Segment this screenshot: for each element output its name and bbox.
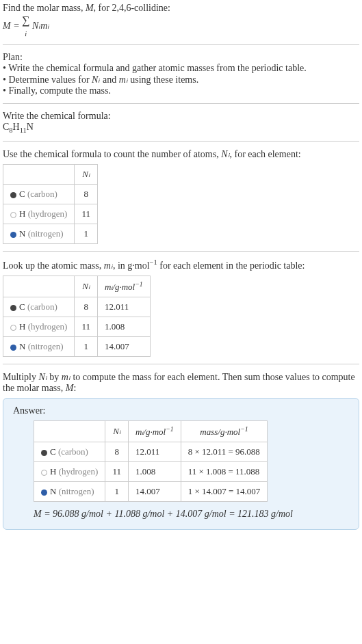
divider xyxy=(3,364,359,364)
table-row: C (carbon) 8 xyxy=(3,185,98,204)
lookup-title-exp: −1 xyxy=(150,258,157,266)
cell-mass: 11 × 1.008 = 11.088 xyxy=(181,462,268,482)
el-sym: N xyxy=(19,341,25,351)
nitrogen-swatch-icon xyxy=(10,345,16,351)
el-sym: H xyxy=(19,209,25,219)
el-sym: N xyxy=(50,486,56,496)
el-sym: C xyxy=(19,189,25,199)
hydrogen-swatch-icon xyxy=(41,470,47,476)
nitrogen-swatch-icon xyxy=(41,489,47,496)
el-name: (hydrogen) xyxy=(28,209,68,219)
formula-lhs: M xyxy=(3,21,11,31)
cell-mass: 8 × 12.011 = 96.088 xyxy=(181,442,268,462)
count-title-pre: Use the chemical formula to count the nu… xyxy=(3,149,221,159)
el-name: (carbon) xyxy=(58,446,88,457)
table-row: C (carbon) 8 12.011 8 × 12.011 = 96.088 xyxy=(34,442,268,462)
answer-box: Answer: Nᵢ mᵢ/g·mol−1 mass/g·mol−1 C (ca… xyxy=(3,398,359,530)
header-m-exp: −1 xyxy=(135,280,142,288)
count-title-var: Nᵢ xyxy=(221,149,229,159)
chem-h: H xyxy=(13,122,20,132)
plan-b2-n: Nᵢ xyxy=(92,75,100,85)
table-header-row: Nᵢ xyxy=(3,165,98,185)
header-n: Nᵢ xyxy=(105,421,129,442)
count-title-post: , for each element: xyxy=(230,149,301,159)
header-m: mᵢ/g·mol−1 xyxy=(97,276,150,297)
cell-n: 11 xyxy=(105,462,129,482)
header-blank xyxy=(34,421,105,442)
final-equation: M = 96.088 g/mol + 11.088 g/mol + 14.007… xyxy=(34,509,349,520)
el-name: (carbon) xyxy=(27,189,57,199)
hydrogen-swatch-icon xyxy=(10,325,16,331)
divider xyxy=(3,103,359,104)
cell-n: 11 xyxy=(75,317,98,337)
divider xyxy=(3,44,359,45)
mult-post2: : xyxy=(73,383,76,393)
plan-bullet-1: • Write the chemical formula and gather … xyxy=(3,63,359,74)
mult-mm: M xyxy=(66,383,74,393)
header-blank xyxy=(3,165,75,185)
element-cell: N (nitrogen) xyxy=(34,482,105,502)
formula-sum: ∑ xyxy=(22,14,29,26)
el-name: (nitrogen) xyxy=(59,486,94,496)
el-sym: C xyxy=(19,301,25,312)
cell-n: 11 xyxy=(75,204,98,224)
molar-mass-formula: M = ∑i Nᵢmᵢ xyxy=(3,15,359,38)
header-mass: mass/g·mol−1 xyxy=(181,421,268,442)
el-name: (nitrogen) xyxy=(28,228,64,239)
multiply-section: Multiply Nᵢ by mᵢ to compute the mass fo… xyxy=(3,371,359,530)
intro-line: Find the molar mass, M, for 2,4,6-collid… xyxy=(3,3,359,14)
el-sym: H xyxy=(50,466,56,477)
lookup-title: Look up the atomic mass, mᵢ, in g·mol−1 … xyxy=(3,258,359,271)
cell-m: 14.007 xyxy=(97,337,150,357)
lookup-title-pre: Look up the atomic mass, xyxy=(3,260,104,271)
plan-b2-m: mᵢ xyxy=(119,75,128,85)
plan-title: Plan: xyxy=(3,52,359,63)
count-table: Nᵢ C (carbon) 8 H (hydrogen) 11 N (nitro… xyxy=(3,164,98,244)
mult-n: Nᵢ xyxy=(39,372,47,382)
hydrogen-swatch-icon xyxy=(10,212,16,218)
nitrogen-swatch-icon xyxy=(10,232,16,238)
plan-section: Plan: • Write the chemical formula and g… xyxy=(3,52,359,96)
el-name: (nitrogen) xyxy=(28,341,64,351)
cell-mass: 1 × 14.007 = 14.007 xyxy=(181,482,268,502)
el-name: (hydrogen) xyxy=(28,321,68,332)
final-var: M xyxy=(34,509,42,519)
header-n: Nᵢ xyxy=(75,276,98,297)
chem-c: C xyxy=(3,122,9,132)
table-row: H (hydrogen) 11 1.008 11 × 1.008 = 11.08… xyxy=(34,462,268,482)
carbon-swatch-icon xyxy=(41,450,47,456)
divider xyxy=(3,251,359,252)
mult-mid: by xyxy=(47,372,62,382)
header-m-pre: mᵢ/g·mol xyxy=(135,427,166,437)
element-cell: H (hydrogen) xyxy=(3,317,75,337)
plan-b2-post: using these items. xyxy=(128,75,198,85)
cell-m: 1.008 xyxy=(128,462,181,482)
table-row: N (nitrogen) 1 xyxy=(3,224,98,244)
carbon-swatch-icon xyxy=(10,192,16,198)
answer-label: Answer: xyxy=(13,405,349,416)
cell-n: 1 xyxy=(75,224,98,244)
cell-m: 12.011 xyxy=(128,442,181,462)
el-name: (hydrogen) xyxy=(59,466,99,477)
formula-eq: = xyxy=(11,21,22,31)
plan-bullet-2: • Determine values for Nᵢ and mᵢ using t… xyxy=(3,74,359,85)
chem-n: N xyxy=(27,122,34,132)
chem-title: Write the chemical formula: xyxy=(3,111,359,122)
lookup-section: Look up the atomic mass, mᵢ, in g·mol−1 … xyxy=(3,258,359,357)
header-blank xyxy=(3,276,75,297)
carbon-swatch-icon xyxy=(10,305,16,311)
plan-b2-pre: • Determine values for xyxy=(3,75,92,85)
element-cell: N (nitrogen) xyxy=(3,224,75,244)
header-n: Nᵢ xyxy=(75,165,98,185)
lookup-title-post: for each element in the periodic table: xyxy=(157,260,305,271)
el-sym: C xyxy=(50,446,56,457)
formula-rhs: Nᵢmᵢ xyxy=(30,21,50,31)
intro-section: Find the molar mass, M, for 2,4,6-collid… xyxy=(3,3,359,38)
cell-n: 1 xyxy=(75,337,98,357)
el-sym: N xyxy=(19,228,25,239)
plan-b2-mid: and xyxy=(100,75,118,85)
cell-m: 12.011 xyxy=(97,297,150,317)
intro-post: , for 2,4,6-collidine: xyxy=(94,3,170,13)
formula-idx: i xyxy=(25,30,27,38)
answer-table: Nᵢ mᵢ/g·mol−1 mass/g·mol−1 C (carbon) 8 … xyxy=(34,420,268,502)
